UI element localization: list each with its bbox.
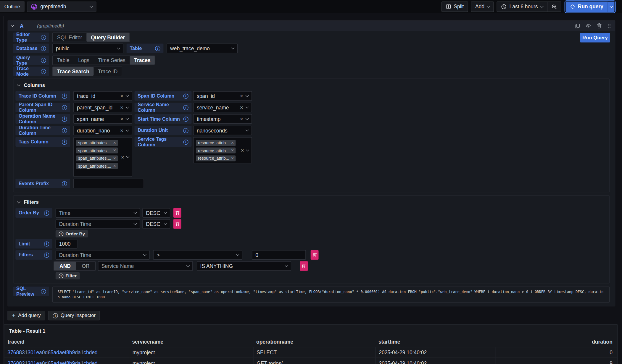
clear-all-icon[interactable] [121, 154, 124, 160]
run-query-editor-button[interactable]: Run Query [580, 33, 610, 42]
query-type-table[interactable]: Table [53, 56, 74, 64]
column-header-servicename[interactable]: servicename [129, 337, 253, 347]
info-icon[interactable] [41, 46, 46, 51]
info-icon[interactable] [183, 139, 188, 144]
info-icon[interactable] [44, 210, 49, 215]
remove-filter-button[interactable] [311, 250, 319, 260]
clear-all-icon[interactable] [241, 148, 244, 153]
tag-chip[interactable]: span_attributes.... [76, 163, 118, 169]
column-header-duration[interactable]: duration [495, 337, 617, 347]
time-range-button[interactable]: Last 6 hours [497, 2, 547, 11]
split-button[interactable]: Split [441, 1, 468, 12]
logic-or-option[interactable]: OR [76, 262, 95, 270]
info-icon[interactable] [41, 58, 46, 63]
run-query-button[interactable]: Run query [565, 1, 608, 12]
events-prefix-input[interactable] [73, 179, 144, 188]
service-tag-chip[interactable]: resource_attrib... [196, 148, 236, 153]
trace-id-link[interactable]: 3768831301ea0d65adaef8b9da1cbded [4, 347, 129, 357]
duration-time-column-label: Duration Time Column [15, 126, 70, 135]
trace-mode-trace-id[interactable]: Trace ID [94, 67, 122, 76]
filter-field-select[interactable]: Service Name [98, 261, 193, 271]
query-type-logs[interactable]: Logs [74, 56, 94, 64]
info-icon[interactable] [62, 105, 67, 110]
table-select[interactable]: web_trace_demo [167, 43, 238, 53]
database-select[interactable]: public [52, 43, 123, 53]
query-inspector-button[interactable]: Query inspector [48, 311, 100, 320]
info-icon[interactable] [183, 93, 188, 98]
query-type-label: Query Type [13, 56, 49, 65]
drag-handle-icon[interactable] [607, 23, 611, 28]
order-by-field-select[interactable]: Time [56, 208, 140, 218]
info-icon[interactable] [62, 128, 67, 133]
info-icon[interactable] [62, 116, 67, 121]
remove-order-by-button[interactable] [173, 208, 181, 218]
column-header-operationname[interactable]: operationname [253, 337, 375, 347]
duplicate-query-icon[interactable] [575, 23, 580, 28]
trace-mode-trace-search[interactable]: Trace Search [53, 67, 94, 76]
editor-type-sql-editor[interactable]: SQL Editor [53, 33, 86, 41]
zoom-out-time-button[interactable] [547, 2, 561, 11]
info-icon[interactable] [183, 116, 188, 121]
service-tags-column-multiselect[interactable]: resource_attrib... resource_attrib... re… [193, 137, 252, 163]
columns-section-toggle[interactable]: Columns [17, 82, 607, 88]
parent-span-id-column-select[interactable]: parent_span_id [73, 103, 132, 112]
duration-unit-select[interactable]: nanoseconds [193, 126, 252, 135]
column-header-starttime[interactable]: starttime [375, 337, 495, 347]
query-type-traces[interactable]: Traces [130, 56, 155, 64]
datasource-picker[interactable]: greptimedb [27, 1, 96, 12]
filter-field-select[interactable]: Duration Time [56, 250, 150, 260]
filter-operator-select[interactable]: > [153, 250, 242, 260]
duration-time-column-select[interactable]: duration_nano [73, 126, 132, 135]
info-icon[interactable] [41, 69, 46, 74]
logic-and-option[interactable]: AND [54, 262, 76, 270]
service-tag-chip[interactable]: resource_attrib... [196, 140, 236, 146]
order-by-field-select[interactable]: Duration Time [56, 219, 140, 229]
result-table-panel: Table - Result 1 traceid servicename ope… [4, 324, 618, 364]
order-by-direction-select[interactable]: DESC [142, 219, 170, 229]
editor-type-query-builder[interactable]: Query Builder [86, 33, 129, 41]
service-tag-chip[interactable]: resource_attrib... [196, 155, 236, 161]
query-row-header[interactable]: A (greptimedb) [8, 21, 615, 31]
add-order-by-button[interactable]: Order By [56, 230, 88, 237]
add-query-button[interactable]: + Add query [7, 311, 45, 320]
operation-name-column-select[interactable]: span_name [73, 114, 132, 124]
info-icon[interactable] [183, 128, 188, 133]
filters-section-toggle[interactable]: Filters [17, 199, 607, 205]
query-type-time-series[interactable]: Time Series [94, 56, 130, 64]
delete-query-icon[interactable] [597, 23, 602, 29]
info-icon[interactable] [62, 181, 67, 186]
column-header-traceid[interactable]: traceid [4, 337, 129, 347]
tag-chip[interactable]: span_attributes.... [76, 148, 118, 153]
limit-row: Limit 1000 [15, 239, 607, 248]
cell-operationname: SELECT [253, 347, 375, 357]
add-filter-button[interactable]: Filter [56, 272, 80, 279]
info-icon[interactable] [41, 35, 46, 40]
info-icon[interactable] [155, 46, 160, 51]
info-icon[interactable] [44, 241, 49, 246]
tags-column-multiselect[interactable]: span_attributes.... span_attributes.... … [73, 137, 132, 177]
filter-value-input[interactable]: 0 [252, 250, 306, 260]
outline-toggle[interactable]: Outline [0, 1, 25, 12]
trace-id-link[interactable]: 3768831301ea0d65adaef8b9da1cbded [4, 358, 129, 364]
hide-response-eye-icon[interactable] [586, 23, 591, 29]
filter-operator-select[interactable]: IS ANYTHING [196, 261, 291, 271]
trace-id-column-select[interactable]: trace_id [73, 91, 132, 101]
remove-filter-button[interactable] [300, 261, 308, 271]
service-name-column-select[interactable]: service_name [193, 103, 252, 112]
span-id-column-select[interactable]: span_id [193, 91, 252, 101]
info-icon[interactable] [183, 105, 188, 110]
info-icon[interactable] [41, 289, 46, 294]
limit-input[interactable]: 1000 [56, 239, 78, 248]
run-query-dropdown-toggle[interactable] [608, 1, 615, 12]
remove-order-by-button[interactable] [173, 219, 181, 229]
info-icon[interactable] [62, 139, 67, 144]
info-icon[interactable] [44, 252, 49, 257]
remove-chip-icon [113, 156, 116, 161]
start-time-column-select[interactable]: timestamp [193, 114, 252, 124]
order-by-direction-select[interactable]: DESC [142, 208, 170, 218]
info-icon[interactable] [62, 93, 67, 98]
add-button[interactable]: Add [471, 1, 494, 12]
tag-chip[interactable]: span_attributes.... [76, 155, 118, 161]
top-toolbar: Outline greptimedb Split Add Last 6 hour… [0, 0, 622, 13]
tag-chip[interactable]: span_attributes.... [76, 140, 118, 146]
